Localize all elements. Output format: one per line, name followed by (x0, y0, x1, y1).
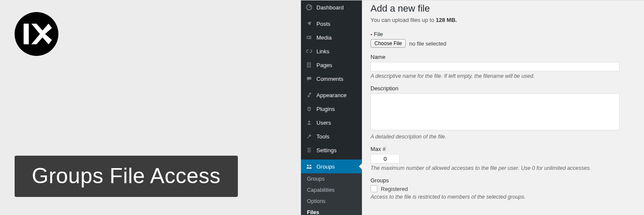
max-label: Max # (371, 146, 634, 152)
content-heading: Add a new file (371, 3, 634, 14)
svg-point-7 (308, 151, 310, 153)
sidebar-item-groups[interactable]: Groups (301, 160, 362, 173)
svg-point-2 (307, 36, 310, 39)
sidebar-item-label: Plugins (316, 106, 335, 112)
groups-icon (305, 163, 313, 170)
sidebar-item-label: Pages (316, 62, 332, 68)
sidebar-item-label: Comments (316, 76, 343, 82)
choose-file-button[interactable]: Choose File (371, 39, 406, 48)
description-hint: A detailed description of the file. (371, 134, 634, 140)
wp-content: Add a new file You can upload files up t… (362, 0, 644, 215)
dashboard-icon (305, 3, 313, 11)
wp-sidebar: Dashboard Posts Media Links Pages Commen… (301, 0, 362, 215)
registered-checkbox[interactable] (371, 185, 377, 192)
submenu-item-files[interactable]: Files (301, 207, 362, 215)
upload-help-prefix: You can upload files up to (371, 17, 436, 23)
file-field: •File Choose File no file selected (371, 31, 634, 48)
sidebar-item-comments[interactable]: Comments (301, 72, 362, 86)
registered-checkbox-label: Registered (381, 186, 408, 192)
sliders-icon (305, 146, 313, 154)
groups-field: Groups Registered Access to the file is … (371, 177, 634, 200)
groups-hint: Access to the file is restricted to memb… (371, 194, 634, 200)
description-label: Description (371, 85, 634, 92)
link-icon (305, 47, 313, 55)
sidebar-item-appearance[interactable]: Appearance (301, 88, 362, 102)
submenu-item-groups[interactable]: Groups (301, 173, 362, 184)
name-hint: A descriptive name for the file. If left… (371, 73, 634, 79)
svg-point-5 (308, 148, 309, 149)
description-input[interactable] (371, 93, 620, 130)
sidebar-item-label: Media (316, 34, 331, 41)
name-label: Name (371, 54, 634, 60)
sidebar-item-users[interactable]: Users (301, 116, 362, 129)
name-input[interactable] (371, 62, 620, 71)
brand-logo (15, 12, 58, 56)
pin-icon (305, 20, 313, 28)
users-icon (305, 119, 313, 126)
submenu-item-capabilities[interactable]: Capabilities (301, 184, 362, 196)
groups-label: Groups (371, 177, 634, 184)
file-status: no file selected (409, 40, 447, 47)
sidebar-item-posts[interactable]: Posts (301, 17, 362, 31)
wp-admin-panel: Dashboard Posts Media Links Pages Commen… (301, 0, 644, 215)
sidebar-item-media[interactable]: Media (301, 31, 362, 44)
sidebar-item-label: Dashboard (316, 4, 344, 11)
svg-point-4 (308, 121, 310, 123)
sidebar-item-label: Users (316, 120, 331, 126)
sidebar-item-plugins[interactable]: Plugins (301, 102, 362, 116)
pages-icon (305, 61, 313, 69)
description-field: Description A detailed description of th… (371, 85, 634, 140)
svg-point-9 (310, 165, 311, 166)
sidebar-item-label: Tools (316, 133, 329, 140)
sidebar-item-dashboard[interactable]: Dashboard (301, 0, 362, 14)
sidebar-item-label: Groups (316, 163, 335, 170)
brush-icon (305, 91, 313, 99)
sidebar-item-links[interactable]: Links (301, 44, 362, 58)
upload-limit-help: You can upload files up to 128 MB. (371, 17, 634, 23)
comment-icon (305, 75, 313, 83)
submenu-item-options[interactable]: Options (301, 196, 362, 207)
sidebar-item-label: Appearance (316, 92, 346, 98)
sidebar-item-label: Posts (316, 21, 331, 27)
groups-submenu: Groups Capabilities Options Files (301, 173, 362, 215)
max-field: Max # The maximum number of allowed acce… (371, 146, 634, 171)
file-label: •File (371, 31, 634, 37)
ix-logo-icon (21, 18, 52, 49)
max-input[interactable] (371, 154, 400, 163)
page-title: Groups File Access (15, 156, 238, 197)
sidebar-item-tools[interactable]: Tools (301, 129, 362, 143)
required-marker: • (371, 32, 372, 37)
sidebar-item-label: Settings (316, 147, 337, 154)
upload-limit-value: 128 MB. (436, 17, 457, 23)
svg-rect-0 (24, 24, 29, 44)
svg-point-8 (307, 165, 309, 166)
sidebar-item-settings[interactable]: Settings (301, 143, 362, 157)
max-hint: The maximum number of allowed accesses t… (371, 165, 634, 171)
plug-icon (305, 105, 313, 113)
wrench-icon (305, 132, 313, 140)
sidebar-item-label: Links (316, 48, 329, 55)
sidebar-item-pages[interactable]: Pages (301, 58, 362, 72)
svg-point-6 (310, 150, 311, 151)
name-field: Name A descriptive name for the file. If… (371, 54, 634, 79)
media-icon (305, 34, 313, 41)
